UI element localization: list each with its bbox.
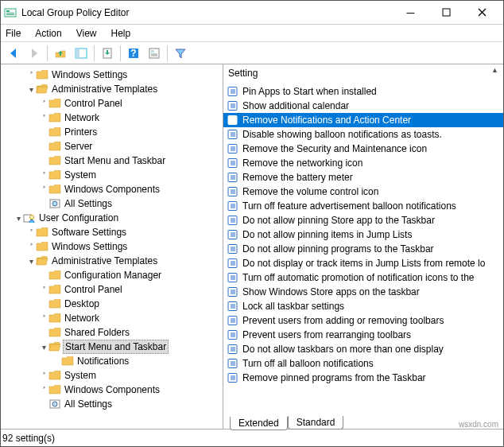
setting-item[interactable]: Remove the volume control icon <box>223 185 503 199</box>
tree-item[interactable]: ˃Control Panel <box>1 96 223 111</box>
setting-item[interactable]: Lock all taskbar settings <box>223 299 503 313</box>
up-button[interactable] <box>51 44 70 63</box>
expand-icon[interactable]: ˃ <box>39 99 48 108</box>
setting-item[interactable]: Pin Apps to Start when installed <box>223 84 503 99</box>
policy-icon <box>227 372 239 383</box>
expand-icon[interactable]: ˃ <box>39 114 48 122</box>
svg-rect-12 <box>149 49 159 58</box>
tree-item[interactable]: ▾Administrative Templates <box>1 254 223 268</box>
tree-item[interactable]: Shared Folders <box>1 325 223 340</box>
expand-icon[interactable]: ▾ <box>14 214 23 223</box>
tree-item[interactable]: ▾Start Menu and Taskbar <box>1 340 223 354</box>
menu-action[interactable]: Action <box>35 28 61 39</box>
expand-icon[interactable]: ▾ <box>26 85 36 94</box>
policy-icon <box>227 243 239 255</box>
folder-icon <box>48 184 61 195</box>
setting-label: Turn off automatic promotion of notifica… <box>242 272 475 283</box>
setting-item[interactable]: Do not display or track items in Jump Li… <box>223 256 503 270</box>
policy-icon <box>227 100 239 111</box>
folder-icon <box>48 270 61 281</box>
setting-item[interactable]: Turn off all balloon notifications <box>223 356 503 371</box>
tree-item[interactable]: All Settings <box>1 397 223 411</box>
expand-icon[interactable]: ▾ <box>39 343 48 352</box>
expand-icon[interactable]: ˃ <box>39 314 48 323</box>
filter-button[interactable] <box>171 44 190 63</box>
tab-extended[interactable]: Extended <box>230 417 288 430</box>
tree-item[interactable]: Desktop <box>1 297 223 311</box>
setting-label: Turn off all balloon notifications <box>242 358 374 369</box>
forward-button[interactable] <box>25 44 44 63</box>
policy-icon <box>227 186 239 197</box>
tree-item[interactable]: Server <box>1 139 223 154</box>
setting-label: Pin Apps to Start when installed <box>242 86 377 97</box>
tree-item[interactable]: Configuration Manager <box>1 268 223 282</box>
folder-icon <box>48 98 61 109</box>
maximize-button[interactable] <box>428 2 464 24</box>
tree-item[interactable]: ˃Windows Components <box>1 383 223 397</box>
status-text: 92 setting(s) <box>2 433 55 444</box>
tab-standard[interactable]: Standard <box>288 416 344 430</box>
tree-item[interactable]: ▾Administrative Templates <box>1 82 223 96</box>
minimize-button[interactable]: ─ <box>393 2 428 24</box>
setting-item[interactable]: Do not allow pinning programs to the Tas… <box>223 242 503 256</box>
setting-label: Do not allow pinning programs to the Tas… <box>242 243 434 255</box>
setting-item[interactable]: Do not allow pinning items in Jump Lists <box>223 227 503 242</box>
tree-pane[interactable]: ˃Windows Settings▾Administrative Templat… <box>1 64 223 429</box>
setting-item[interactable]: Remove pinned programs from the Taskbar <box>223 371 503 385</box>
expand-icon[interactable]: ▾ <box>26 257 36 266</box>
setting-item[interactable]: Remove the networking icon <box>223 156 503 170</box>
setting-item[interactable]: Show Windows Store apps on the taskbar <box>223 285 503 299</box>
setting-item[interactable]: Prevent users from adding or removing to… <box>223 313 503 328</box>
setting-item[interactable]: Turn off feature advertisement balloon n… <box>223 199 503 213</box>
export-button[interactable] <box>98 44 117 63</box>
setting-column-label: Setting <box>228 68 258 79</box>
tree-item-label: Software Settings <box>50 226 128 239</box>
properties-button[interactable] <box>145 44 164 63</box>
expand-icon[interactable]: ˃ <box>39 371 48 380</box>
tree-item[interactable]: All Settings <box>1 196 223 211</box>
help-button[interactable]: ? <box>124 44 143 63</box>
expand-icon[interactable]: ˃ <box>26 71 36 80</box>
setting-item[interactable]: Prevent users from rearranging toolbars <box>223 328 503 342</box>
menu-view[interactable]: View <box>76 28 97 39</box>
expand-icon[interactable]: ˃ <box>39 386 48 395</box>
tree-item[interactable]: ˃Windows Settings <box>1 239 223 254</box>
expand-icon[interactable]: ˃ <box>39 286 48 294</box>
settings-pane[interactable]: Setting Pin Apps to Start when installed… <box>223 64 503 429</box>
tree-item[interactable]: ˃Windows Components <box>1 182 223 196</box>
expand-icon[interactable]: ˃ <box>39 185 48 194</box>
menu-file[interactable]: File <box>6 28 21 39</box>
tree-item[interactable]: ▾User Configuration <box>1 211 223 225</box>
tree-item[interactable]: ˃Windows Settings <box>1 68 223 82</box>
setting-item[interactable]: Disable showing balloon notifications as… <box>223 127 503 142</box>
setting-item[interactable]: Remove Notifications and Action Center <box>223 113 503 127</box>
svg-rect-1 <box>6 10 10 12</box>
tree-item[interactable]: ˃Software Settings <box>1 225 223 239</box>
expand-icon[interactable]: ˃ <box>26 243 36 251</box>
tree-item[interactable]: Start Menu and Taskbar <box>1 154 223 168</box>
setting-item[interactable]: Turn off automatic promotion of notifica… <box>223 270 503 285</box>
tree-item[interactable]: ˃System <box>1 168 223 182</box>
back-button[interactable] <box>4 44 23 63</box>
setting-item[interactable]: Remove the Security and Maintenance icon <box>223 142 503 156</box>
setting-label: Prevent users from rearranging toolbars <box>242 329 411 340</box>
show-hide-tree-button[interactable] <box>72 44 91 63</box>
tree-item[interactable]: Printers <box>1 125 223 139</box>
tree-item[interactable]: ˃Control Panel <box>1 282 223 297</box>
expand-icon[interactable]: ˃ <box>26 228 36 237</box>
setting-item[interactable]: Do not allow taskbars on more than one d… <box>223 342 503 356</box>
column-header[interactable]: Setting <box>223 64 503 83</box>
tree-item[interactable]: ˃Network <box>1 111 223 125</box>
tree-item-label: System <box>63 369 98 382</box>
tree-item[interactable]: ˃Network <box>1 311 223 325</box>
close-button[interactable] <box>464 2 500 24</box>
tree-item[interactable]: ˃System <box>1 368 223 383</box>
toolbar: ? <box>1 42 503 64</box>
setting-item[interactable]: Remove the battery meter <box>223 170 503 185</box>
tree-item[interactable]: Notifications <box>1 354 223 368</box>
setting-item[interactable]: Do not allow pinning Store app to the Ta… <box>223 213 503 227</box>
svg-rect-13 <box>151 50 154 52</box>
expand-icon[interactable]: ˃ <box>39 171 48 180</box>
setting-item[interactable]: Show additional calendar <box>223 99 503 113</box>
menu-help[interactable]: Help <box>111 28 131 39</box>
